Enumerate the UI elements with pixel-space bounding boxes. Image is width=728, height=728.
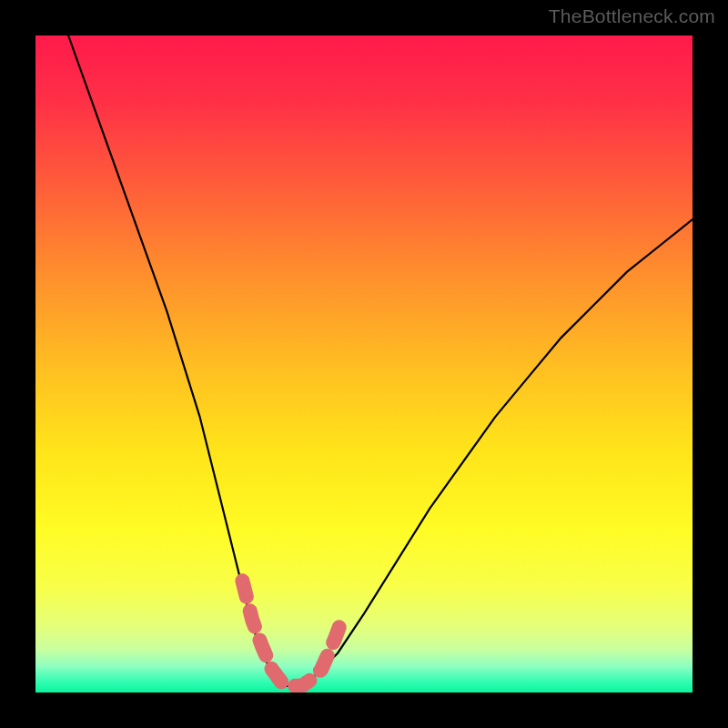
highlight-region [242,581,344,686]
chart-frame: TheBottleneck.com [0,0,728,728]
plot-area [35,35,693,693]
bottleneck-curve [68,35,693,686]
curve-layer [35,35,693,693]
watermark-text: TheBottleneck.com [549,5,715,27]
